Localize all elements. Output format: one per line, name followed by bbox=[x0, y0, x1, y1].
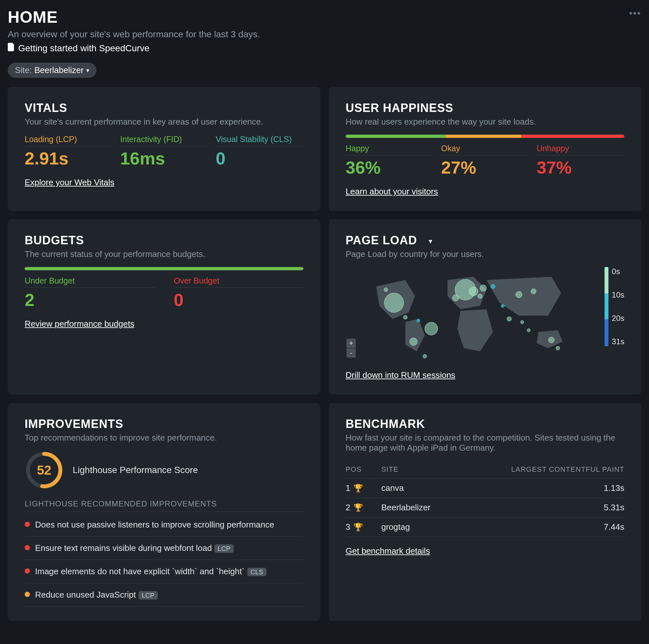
user-happiness-title: USER HAPPINESS bbox=[346, 101, 624, 115]
improvement-item[interactable]: Image elements do not have explicit `wid… bbox=[25, 560, 303, 583]
metric-label: Happy bbox=[346, 144, 433, 155]
document-icon bbox=[8, 43, 15, 53]
benchmark-lcp: 1.13s bbox=[604, 483, 624, 493]
vitals-link[interactable]: Explore your Web Vitals bbox=[25, 178, 115, 187]
metric-value: 2.91s bbox=[25, 148, 112, 168]
map-legend: 0s 10s 20s 31s bbox=[605, 267, 624, 361]
getting-started-link[interactable]: Getting started with SpeedCurve bbox=[8, 43, 260, 53]
metric-badge: CLS bbox=[247, 568, 266, 576]
benchmark-lcp: 5.31s bbox=[604, 503, 624, 513]
page-subtitle: An overview of your site's web performan… bbox=[8, 29, 260, 40]
page-load-desc: Page Load by country for your users. bbox=[346, 249, 624, 259]
happiness-bar bbox=[346, 135, 624, 138]
severity-dot-icon bbox=[25, 568, 30, 573]
benchmark-desc: How fast your site is compared to the co… bbox=[346, 433, 624, 453]
severity-dot-icon bbox=[25, 545, 30, 550]
chevron-down-icon: ▾ bbox=[86, 67, 89, 74]
metric-label: Interactivity (FID) bbox=[120, 135, 208, 146]
severity-dot-icon bbox=[25, 592, 30, 597]
budgets-desc: The current status of your performance b… bbox=[25, 249, 303, 259]
metric-value: 0 bbox=[174, 290, 304, 310]
improvements-title: IMPROVEMENTS bbox=[25, 417, 303, 431]
svg-point-7 bbox=[409, 338, 417, 346]
legend-label: 20s bbox=[612, 314, 624, 323]
benchmark-pos: 3 bbox=[346, 522, 350, 532]
metric-value: 16ms bbox=[120, 148, 208, 168]
site-selector-value: Beerlabelizer bbox=[34, 65, 84, 75]
budgets-card: BUDGETS The current status of your perfo… bbox=[8, 219, 320, 395]
svg-point-18 bbox=[491, 284, 495, 289]
svg-point-9 bbox=[516, 291, 522, 298]
svg-point-13 bbox=[527, 329, 530, 332]
benchmark-row[interactable]: 3 🏆 grogtag 7.44s bbox=[346, 517, 624, 537]
vitals-title: VITALS bbox=[25, 101, 303, 115]
svg-point-2 bbox=[469, 287, 478, 296]
improvement-item[interactable]: Does not use passive listeners to improv… bbox=[25, 513, 303, 537]
svg-point-10 bbox=[531, 289, 536, 294]
budgets-bar bbox=[25, 267, 303, 270]
happiness-bar-unhappy bbox=[521, 135, 624, 138]
benchmark-row[interactable]: 2 🏆 Beerlabelizer 5.31s bbox=[346, 498, 624, 517]
svg-point-4 bbox=[480, 285, 486, 291]
map-zoom-in[interactable]: + bbox=[346, 338, 356, 348]
svg-point-6 bbox=[425, 322, 438, 335]
svg-point-0 bbox=[384, 293, 404, 312]
site-selector-label: Site: bbox=[15, 65, 32, 75]
svg-point-8 bbox=[403, 315, 407, 319]
svg-point-11 bbox=[507, 317, 511, 321]
metric-value: 37% bbox=[537, 157, 624, 178]
metric-label: Under Budget bbox=[25, 276, 155, 288]
improvement-text: Does not use passive listeners to improv… bbox=[35, 520, 274, 530]
benchmark-pos: 2 bbox=[346, 503, 350, 513]
budgets-link[interactable]: Review performance budgets bbox=[25, 319, 134, 329]
user-happiness-link[interactable]: Learn about your visitors bbox=[346, 187, 438, 197]
metric-label: Okay bbox=[441, 144, 529, 155]
benchmark-card: BENCHMARK How fast your site is compared… bbox=[329, 403, 641, 621]
benchmark-site: Beerlabelizer bbox=[381, 503, 604, 513]
svg-point-15 bbox=[556, 346, 560, 350]
svg-point-19 bbox=[501, 304, 504, 308]
page-load-link[interactable]: Drill down into RUM sessions bbox=[346, 370, 455, 380]
legend-label: 31s bbox=[612, 337, 624, 346]
metric-badge: LCP bbox=[138, 591, 158, 600]
budgets-title: BUDGETS bbox=[25, 234, 303, 247]
happiness-bar-happy bbox=[346, 135, 446, 138]
page-load-card: PAGE LOAD ▾ Page Load by country for you… bbox=[329, 219, 641, 395]
benchmark-col-site: SITE bbox=[381, 465, 511, 474]
benchmark-site: grogtag bbox=[381, 522, 604, 532]
improvement-item[interactable]: Ensure text remains visible during webfo… bbox=[25, 537, 303, 560]
world-map[interactable]: + - bbox=[346, 267, 595, 361]
trophy-icon: 🏆 bbox=[353, 484, 363, 493]
benchmark-link[interactable]: Get benchmark details bbox=[346, 546, 430, 556]
trophy-icon: 🏆 bbox=[353, 523, 363, 532]
chevron-down-icon: ▾ bbox=[429, 237, 432, 245]
page-title: HOME bbox=[8, 8, 260, 27]
more-menu-icon[interactable]: ••• bbox=[629, 8, 641, 19]
metric-label: Over Budget bbox=[174, 276, 304, 288]
legend-label: 0s bbox=[612, 267, 624, 276]
metric-label: Loading (LCP) bbox=[25, 135, 112, 146]
improvements-sub-heading: LIGHTHOUSE RECOMMENDED IMPROVEMENTS bbox=[25, 499, 303, 512]
improvement-item[interactable]: Reduce unused JavaScriptLCP bbox=[25, 583, 303, 607]
happiness-bar-okay bbox=[446, 135, 521, 138]
page-load-metric-selector[interactable]: ▾ bbox=[429, 237, 432, 245]
benchmark-col-lcp: LARGEST CONTENTFUL PAINT bbox=[511, 465, 624, 474]
svg-point-12 bbox=[520, 321, 524, 324]
user-happiness-desc: How real users experience the way your s… bbox=[346, 117, 624, 127]
svg-point-20 bbox=[417, 319, 420, 322]
page-load-title: PAGE LOAD bbox=[346, 234, 417, 247]
metric-value: 27% bbox=[441, 157, 529, 178]
getting-started-label: Getting started with SpeedCurve bbox=[18, 43, 149, 53]
metric-value: 2 bbox=[25, 290, 155, 310]
site-selector[interactable]: Site: Beerlabelizer ▾ bbox=[8, 62, 96, 78]
benchmark-row[interactable]: 1 🏆 canva 1.13s bbox=[346, 478, 624, 498]
map-zoom-out[interactable]: - bbox=[346, 348, 356, 358]
legend-gradient bbox=[605, 267, 608, 346]
benchmark-pos: 1 bbox=[346, 483, 350, 493]
svg-point-3 bbox=[452, 294, 459, 301]
severity-dot-icon bbox=[25, 522, 30, 527]
lighthouse-score-label: Lighthouse Performance Score bbox=[73, 465, 198, 475]
benchmark-col-pos: POS bbox=[346, 465, 381, 474]
lighthouse-score-value: 52 bbox=[25, 451, 63, 490]
vitals-desc: Your site's current performance in key a… bbox=[25, 117, 303, 127]
